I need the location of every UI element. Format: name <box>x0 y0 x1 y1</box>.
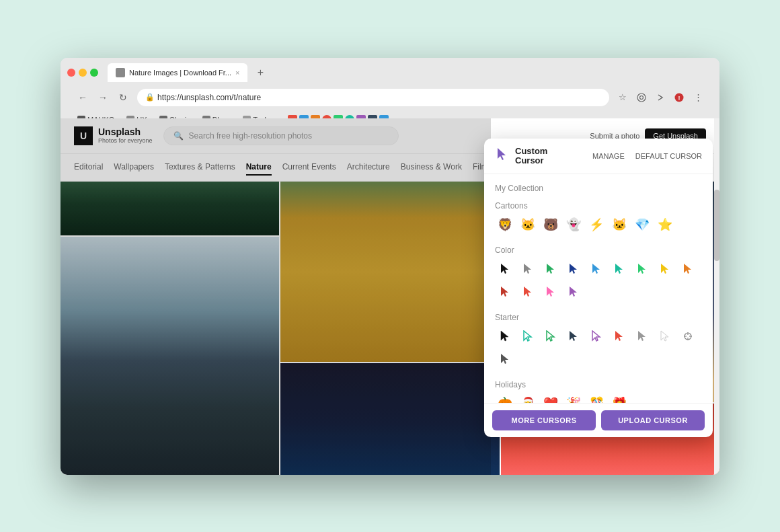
cursor-party[interactable]: 🎉 <box>563 393 584 403</box>
popup-header: Custom Cursor MANAGE DEFAULT CURSOR <box>484 139 713 175</box>
nav-business[interactable]: Business & Work <box>401 159 462 176</box>
cursor-bear[interactable]: 🐻 <box>541 215 561 235</box>
starter-teal[interactable] <box>518 326 538 346</box>
forward-button[interactable]: → <box>94 89 112 106</box>
color-cursor-row <box>495 259 702 302</box>
grid-col-2 <box>280 182 499 475</box>
starter-purple-outline[interactable] <box>586 326 607 346</box>
cursor-confetti[interactable]: 🎊 <box>586 393 607 403</box>
svg-marker-20 <box>547 331 554 341</box>
cursor-cat2[interactable]: 🐱 <box>609 215 629 235</box>
search-placeholder: Search free high-resolution photos <box>189 131 312 141</box>
manage-link[interactable]: MANAGE <box>592 152 625 160</box>
tab-favicon <box>116 68 125 77</box>
cursor-santa[interactable]: 🎅 <box>518 393 538 403</box>
active-tab[interactable]: Nature Images | Download Fr... × <box>108 63 247 82</box>
cursor-green[interactable] <box>541 259 561 279</box>
scrollbar-thumb[interactable] <box>714 190 719 261</box>
cursor-black[interactable] <box>495 259 515 279</box>
cursor-gem[interactable]: 💎 <box>632 215 652 235</box>
cursor-gray[interactable] <box>518 259 538 279</box>
cursor-pink[interactable] <box>541 282 561 302</box>
more-cursors-button[interactable]: MORE CURSORS <box>492 410 596 430</box>
cartoons-cursor-row: 🦁 🐱 🐻 👻 ⚡ 🐱 💎 ⭐ <box>495 215 702 235</box>
unsplash-logo-symbol: U <box>80 130 87 141</box>
nav-current-events[interactable]: Current Events <box>282 159 336 176</box>
tab-close-button[interactable]: × <box>235 69 239 77</box>
popup-logo: Custom Cursor <box>495 147 547 166</box>
starter-gray[interactable] <box>632 326 652 346</box>
nav-textures[interactable]: Textures & Patterns <box>165 159 235 176</box>
custom-cursor-logo-icon <box>495 147 510 165</box>
svg-marker-13 <box>684 264 691 274</box>
starter-crosshair[interactable] <box>678 326 698 346</box>
url-bar[interactable]: 🔒 https://unsplash.com/t/nature <box>137 89 609 106</box>
cursor-pumpkin[interactable]: 🎃 <box>495 393 515 403</box>
maximize-traffic-light[interactable] <box>90 69 98 77</box>
cursor-teal[interactable] <box>609 259 629 279</box>
browser-scrollbar[interactable] <box>714 118 719 475</box>
svg-marker-15 <box>524 287 531 297</box>
starter-title: Starter <box>495 310 702 322</box>
traffic-lights <box>67 69 98 77</box>
svg-marker-7 <box>547 264 554 274</box>
cursor-blue-dark[interactable] <box>563 259 584 279</box>
nav-buttons: ← → ↻ <box>74 89 132 106</box>
nav-wallpapers[interactable]: Wallpapers <box>114 159 154 176</box>
cursor-yellow[interactable] <box>655 259 675 279</box>
starter-red-cross[interactable]: + <box>609 326 629 346</box>
cursor-gift[interactable]: 🎁 <box>609 393 629 403</box>
svg-marker-6 <box>524 264 531 274</box>
cursor-ghost[interactable]: 👻 <box>563 215 584 235</box>
cartoons-section: Cartoons 🦁 🐱 🐻 👻 ⚡ 🐱 💎 ⭐ <box>484 196 713 240</box>
unsplash-search[interactable]: 🔍 Search free high-resolution photos <box>163 126 399 145</box>
nav-nature[interactable]: Nature <box>246 159 272 176</box>
close-traffic-light[interactable] <box>67 69 75 77</box>
upload-cursor-button[interactable]: UPLOAD CURSOR <box>601 410 705 430</box>
starter-white[interactable] <box>655 326 675 346</box>
arrow-button[interactable] <box>652 89 668 106</box>
nav-architecture[interactable]: Architecture <box>347 159 390 176</box>
nav-editorial[interactable]: Editorial <box>74 159 103 176</box>
browser-chrome: Nature Images | Download Fr... × + ← → ↻… <box>61 58 719 118</box>
address-bar: ← → ↻ 🔒 https://unsplash.com/t/nature ☆ <box>67 86 713 112</box>
starter-dark[interactable] <box>563 326 584 346</box>
cursor-orange[interactable] <box>678 259 698 279</box>
svg-text:+: + <box>620 332 623 336</box>
photo-arch[interactable] <box>280 363 499 475</box>
cursor-star[interactable]: ⭐ <box>655 215 675 235</box>
photo-forest[interactable] <box>61 182 279 235</box>
svg-marker-14 <box>501 287 508 297</box>
starter-green-outline[interactable] <box>541 326 561 346</box>
popup-logo-text: Custom Cursor <box>515 147 547 166</box>
lock-icon: 🔒 <box>145 93 155 102</box>
popup-body: My Collection Cartoons 🦁 🐱 🐻 👻 ⚡ 🐱 💎 ⭐ <box>484 174 713 403</box>
cursor-red-dark[interactable] <box>495 282 515 302</box>
extensions-puzzle-button[interactable]: ! <box>671 89 687 106</box>
cursor-blue[interactable] <box>586 259 607 279</box>
svg-marker-17 <box>570 287 577 297</box>
starter-black[interactable] <box>495 326 515 346</box>
starter-default[interactable] <box>495 349 515 369</box>
cursor-pikachu[interactable]: ⚡ <box>586 215 607 235</box>
cursor-green-dark[interactable] <box>632 259 652 279</box>
reload-button[interactable]: ↻ <box>114 89 132 106</box>
minimize-traffic-light[interactable] <box>79 69 87 77</box>
cursor-cat[interactable]: 🐱 <box>518 215 538 235</box>
search-icon: 🔍 <box>173 131 184 141</box>
cursor-red[interactable] <box>518 282 538 302</box>
photo-mountain[interactable] <box>61 237 279 475</box>
cursor-heart[interactable]: ❤️ <box>541 393 561 403</box>
cursor-lion[interactable]: 🦁 <box>495 215 515 235</box>
default-cursor-link[interactable]: DEFAULT CURSOR <box>635 152 702 160</box>
star-button[interactable]: ☆ <box>615 89 631 106</box>
back-button[interactable]: ← <box>74 89 91 106</box>
new-tab-button[interactable]: + <box>251 64 269 81</box>
photo-wheat[interactable] <box>280 182 499 362</box>
menu-button[interactable]: ⋮ <box>690 89 706 106</box>
browser-actions: ☆ ! ⋮ <box>615 89 706 106</box>
cursor-purple[interactable] <box>563 282 584 302</box>
extension-button[interactable] <box>633 89 650 106</box>
color-section: Color <box>484 240 713 307</box>
svg-marker-12 <box>661 264 668 274</box>
